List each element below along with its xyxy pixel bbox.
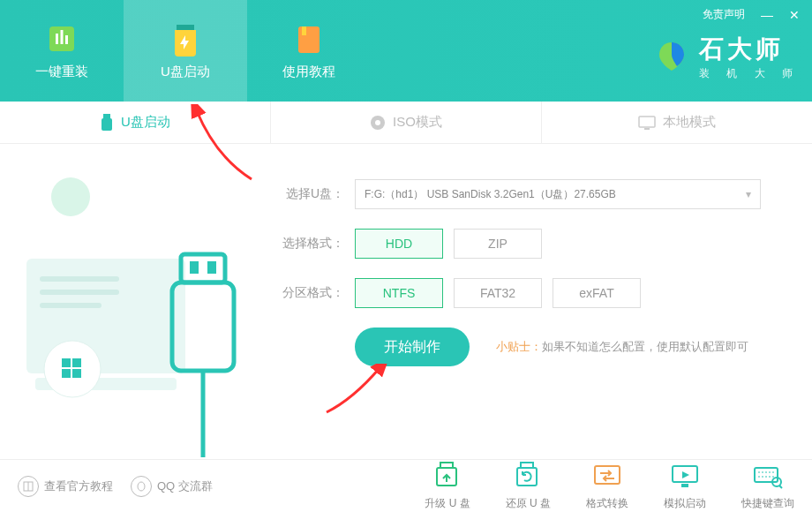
upgrade-usb-icon xyxy=(432,461,463,493)
svg-rect-34 xyxy=(517,468,537,486)
svg-rect-15 xyxy=(40,290,119,295)
simulate-icon xyxy=(669,461,701,493)
tip-label: 小贴士： xyxy=(496,340,542,353)
iso-icon xyxy=(370,115,386,131)
convert-icon xyxy=(591,461,623,493)
partition-label: 分区格式： xyxy=(274,285,344,301)
nav-label: U盘启动 xyxy=(161,64,210,80)
svg-rect-2 xyxy=(61,30,64,44)
nav-tutorial[interactable]: 使用教程 xyxy=(247,0,371,102)
brand-subtitle: 装 机 大 师 xyxy=(699,66,800,81)
partition-fat32[interactable]: FAT32 xyxy=(454,278,542,308)
svg-rect-7 xyxy=(102,118,112,131)
partition-ntfs[interactable]: NTFS xyxy=(355,278,443,308)
start-button[interactable]: 开始制作 xyxy=(355,328,470,366)
svg-rect-38 xyxy=(755,468,778,482)
form-area: 选择U盘： F:G:（hd1） USB SanDisk 3.2Gen1（U盘）2… xyxy=(265,144,812,459)
usb-icon xyxy=(100,114,114,132)
svg-rect-20 xyxy=(72,358,81,367)
svg-rect-35 xyxy=(595,466,620,484)
tool-label: 模拟启动 xyxy=(664,496,706,511)
link-qq-group[interactable]: QQ 交流群 xyxy=(131,476,213,497)
tool-label: 快捷键查询 xyxy=(741,496,794,511)
book-icon xyxy=(18,476,39,497)
disclaimer-link[interactable]: 免责声明 xyxy=(703,7,745,22)
tool-label: 还原 U 盘 xyxy=(506,496,551,511)
tool-label: 升级 U 盘 xyxy=(425,496,470,511)
brand: 石大师 装 机 大 师 xyxy=(653,33,800,81)
tab-label: U盘启动 xyxy=(121,114,170,131)
header: 一键重装 U盘启动 使用教程 免责声明 — ✕ 石大师 装 机 大 师 xyxy=(0,0,812,102)
tip-text: 如果不知道怎么配置，使用默认配置即可 xyxy=(542,340,748,353)
local-icon xyxy=(638,116,656,130)
reinstall-icon xyxy=(44,21,79,56)
link-label: 查看官方教程 xyxy=(44,478,113,494)
link-official-tutorial[interactable]: 查看官方教程 xyxy=(18,476,113,497)
svg-rect-11 xyxy=(644,128,650,130)
svg-rect-4 xyxy=(298,26,320,53)
tool-restore-usb[interactable]: 还原 U 盘 xyxy=(506,461,551,511)
tab-iso-mode[interactable]: ISO模式 xyxy=(271,102,542,143)
disk-value: F:G:（hd1） USB SanDisk 3.2Gen1（U盘）27.65GB xyxy=(365,187,616,202)
format-zip[interactable]: ZIP xyxy=(454,229,542,259)
format-hdd[interactable]: HDD xyxy=(355,229,443,259)
close-button[interactable]: ✕ xyxy=(789,8,800,22)
nav-label: 一键重装 xyxy=(35,64,88,80)
tool-upgrade-usb[interactable]: 升级 U 盘 xyxy=(425,461,470,511)
svg-rect-16 xyxy=(40,303,102,308)
svg-rect-19 xyxy=(62,358,71,367)
mode-tabs: U盘启动 ISO模式 本地模式 xyxy=(0,102,812,144)
tool-simulate-boot[interactable]: 模拟启动 xyxy=(664,461,706,511)
brand-logo-icon xyxy=(653,39,690,76)
svg-rect-22 xyxy=(72,369,81,378)
footer: 查看官方教程 QQ 交流群 升级 U 盘 还原 U 盘 格式转换 模拟启动 快捷… xyxy=(0,459,812,512)
chevron-down-icon: ▾ xyxy=(746,188,751,200)
svg-rect-10 xyxy=(639,117,655,127)
svg-rect-1 xyxy=(56,34,58,44)
svg-rect-24 xyxy=(190,261,199,274)
svg-rect-3 xyxy=(65,35,68,44)
tab-usb-boot[interactable]: U盘启动 xyxy=(0,102,271,143)
disk-select[interactable]: F:G:（hd1） USB SanDisk 3.2Gen1（U盘）27.65GB… xyxy=(355,179,761,209)
tip: 小贴士：如果不知道怎么配置，使用默认配置即可 xyxy=(496,339,748,355)
svg-point-30 xyxy=(138,482,145,491)
tab-label: 本地模式 xyxy=(663,114,716,131)
svg-line-42 xyxy=(779,486,782,488)
brand-title: 石大师 xyxy=(699,33,800,66)
illustration xyxy=(0,144,265,459)
nav-reinstall[interactable]: 一键重装 xyxy=(0,0,124,102)
restore-usb-icon xyxy=(512,461,544,493)
svg-point-12 xyxy=(51,177,90,216)
disk-label: 选择U盘： xyxy=(274,186,344,202)
tool-label: 格式转换 xyxy=(586,496,628,511)
svg-rect-25 xyxy=(207,261,216,274)
usb-boot-icon xyxy=(168,21,203,56)
tab-local-mode[interactable]: 本地模式 xyxy=(542,102,812,143)
format-label: 选择格式： xyxy=(274,236,344,252)
minimize-button[interactable]: — xyxy=(761,8,773,22)
svg-rect-14 xyxy=(40,276,119,282)
svg-rect-23 xyxy=(181,254,225,282)
svg-rect-6 xyxy=(103,114,110,118)
nav-usb-boot[interactable]: U盘启动 xyxy=(124,0,247,102)
svg-rect-5 xyxy=(302,26,306,35)
link-label: QQ 交流群 xyxy=(157,478,213,494)
svg-rect-37 xyxy=(681,484,688,487)
tutorial-icon xyxy=(291,21,327,56)
tool-hotkey-query[interactable]: 快捷键查询 xyxy=(741,461,794,511)
tool-format-convert[interactable]: 格式转换 xyxy=(586,461,628,511)
svg-point-9 xyxy=(375,120,380,125)
nav-label: 使用教程 xyxy=(282,64,335,80)
partition-exfat[interactable]: exFAT xyxy=(553,278,641,308)
qq-icon xyxy=(131,476,152,497)
svg-rect-21 xyxy=(62,369,71,378)
tab-label: ISO模式 xyxy=(393,114,442,131)
hotkey-icon xyxy=(752,461,784,493)
